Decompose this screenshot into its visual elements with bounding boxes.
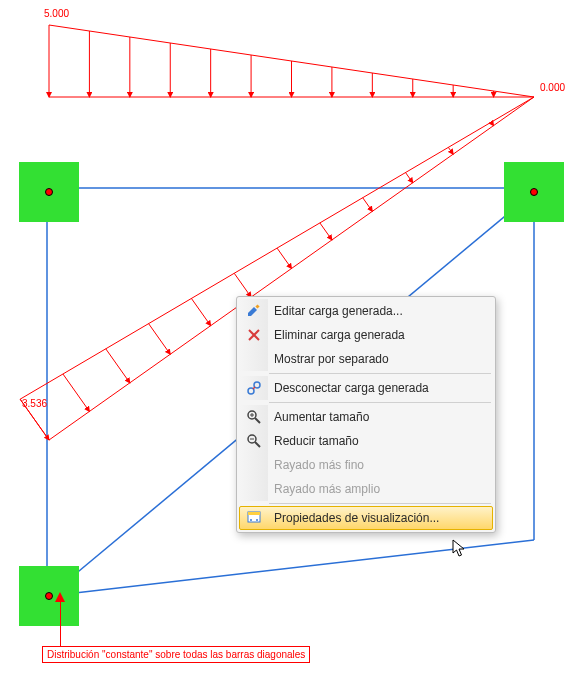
svg-line-4 — [49, 540, 534, 596]
svg-point-50 — [256, 519, 258, 521]
svg-line-41 — [255, 418, 260, 423]
menu-separator — [269, 373, 491, 374]
load-value-left: 5.000 — [44, 8, 69, 19]
load-value-right: 0.000 — [540, 82, 565, 93]
svg-line-28 — [320, 223, 332, 240]
blank-icon — [240, 453, 268, 477]
svg-point-49 — [250, 519, 252, 521]
menu-zoom-in[interactable]: Aumentar tamaño — [239, 405, 493, 429]
annotation-leader — [60, 598, 61, 648]
menu-label: Desconectar carga generada — [268, 381, 486, 395]
disconnect-icon — [240, 376, 268, 400]
menu-hatch-fine: Rayado más fino — [239, 453, 493, 477]
menu-edit-load[interactable]: Editar carga generada... — [239, 299, 493, 323]
menu-separator — [269, 503, 491, 504]
svg-line-29 — [363, 198, 373, 212]
svg-rect-34 — [255, 304, 259, 308]
svg-line-25 — [191, 298, 210, 325]
svg-line-26 — [234, 273, 251, 297]
menu-label: Editar carga generada... — [268, 304, 486, 318]
support-node — [19, 162, 79, 222]
svg-line-24 — [149, 324, 171, 355]
svg-line-32 — [491, 122, 493, 125]
drawing-canvas[interactable]: 5.000 0.000 3.536 Distribución "constant… — [0, 0, 583, 682]
display-properties-icon — [240, 506, 268, 530]
zoom-out-icon — [240, 429, 268, 453]
menu-disconnect-load[interactable]: Desconectar carga generada — [239, 376, 493, 400]
menu-label: Propiedades de visualización... — [268, 511, 486, 525]
svg-line-31 — [448, 147, 453, 154]
svg-line-23 — [106, 349, 130, 383]
zoom-in-icon — [240, 405, 268, 429]
menu-separator — [269, 402, 491, 403]
support-node — [19, 566, 79, 626]
menu-zoom-out[interactable]: Reducir tamaño — [239, 429, 493, 453]
menu-delete-load[interactable]: Eliminar carga generada — [239, 323, 493, 347]
annotation-text: Distribución "constante" sobre todas las… — [42, 646, 310, 663]
annotation-arrowhead — [54, 592, 66, 604]
menu-hatch-coarse: Rayado más amplio — [239, 477, 493, 501]
context-menu: Editar carga generada... Eliminar carga … — [236, 296, 496, 533]
svg-line-27 — [277, 248, 291, 268]
blank-icon — [240, 347, 268, 371]
menu-label: Eliminar carga generada — [268, 328, 486, 342]
svg-line-30 — [406, 173, 413, 183]
edit-load-icon — [240, 299, 268, 323]
menu-label: Aumentar tamaño — [268, 410, 486, 424]
svg-line-22 — [63, 374, 89, 411]
blank-icon — [240, 477, 268, 501]
delete-load-icon — [240, 323, 268, 347]
svg-line-45 — [255, 442, 260, 447]
menu-label: Reducir tamaño — [268, 434, 486, 448]
svg-line-39 — [253, 387, 255, 389]
support-node — [504, 162, 564, 222]
menu-label: Rayado más amplio — [268, 482, 486, 496]
load-value-mid: 3.536 — [22, 398, 47, 409]
menu-display-properties[interactable]: Propiedades de visualización... — [239, 506, 493, 530]
menu-label: Mostrar por separado — [268, 352, 486, 366]
svg-rect-48 — [248, 512, 260, 515]
menu-show-separately[interactable]: Mostrar por separado — [239, 347, 493, 371]
menu-label: Rayado más fino — [268, 458, 486, 472]
